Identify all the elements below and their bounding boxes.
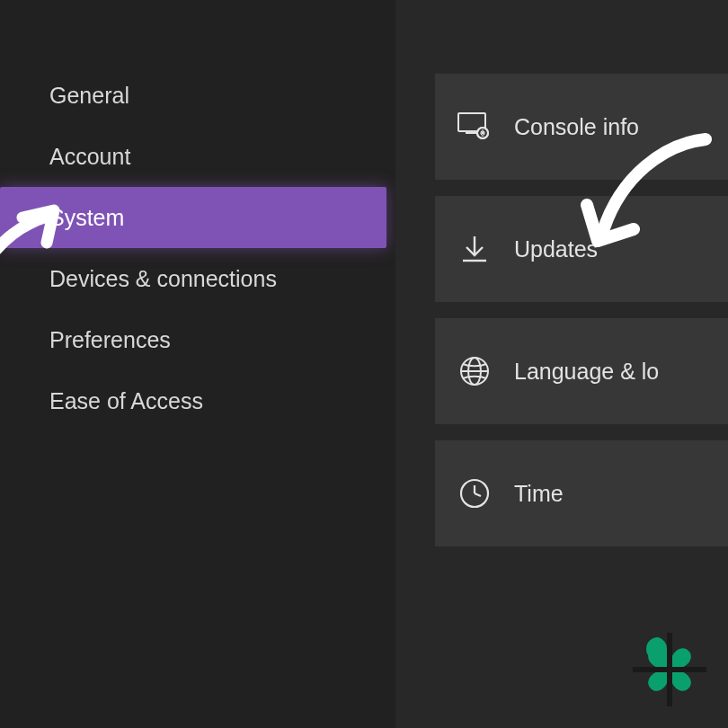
tile-label: Console info — [514, 114, 728, 140]
sidebar-item-preferences[interactable]: Preferences — [0, 309, 395, 370]
clock-icon — [435, 477, 514, 510]
sidebar-item-label: Preferences — [49, 327, 171, 353]
sidebar-item-label: System — [49, 205, 124, 231]
tile-label: Updates — [514, 236, 728, 262]
system-tiles-panel: Console info Updates Language & lo — [395, 0, 728, 728]
sidebar-item-devices-connections[interactable]: Devices & connections — [0, 248, 395, 309]
console-info-icon — [435, 111, 514, 142]
globe-icon — [435, 355, 514, 387]
sidebar-item-label: General — [49, 83, 129, 109]
tile-language-location[interactable]: Language & lo — [435, 318, 728, 424]
svg-line-12 — [475, 493, 481, 496]
settings-sidebar: General Account System Devices & connect… — [0, 0, 395, 728]
tile-updates[interactable]: Updates — [435, 196, 728, 302]
sidebar-item-label: Devices & connections — [49, 266, 277, 292]
svg-rect-14 — [667, 633, 672, 706]
download-icon — [435, 234, 514, 264]
sidebar-item-system[interactable]: System — [0, 187, 386, 248]
svg-point-4 — [482, 132, 484, 135]
sidebar-item-ease-of-access[interactable]: Ease of Access — [0, 370, 395, 431]
sidebar-item-label: Ease of Access — [49, 388, 203, 414]
tile-time[interactable]: Time — [435, 440, 728, 546]
tile-label: Language & lo — [514, 359, 728, 385]
sidebar-item-general[interactable]: General — [0, 65, 395, 126]
tile-label: Time — [514, 481, 728, 507]
svg-rect-1 — [466, 131, 478, 134]
brand-logo — [633, 633, 706, 706]
sidebar-item-account[interactable]: Account — [0, 126, 395, 187]
tile-console-info[interactable]: Console info — [435, 74, 728, 180]
sidebar-item-label: Account — [49, 144, 130, 170]
